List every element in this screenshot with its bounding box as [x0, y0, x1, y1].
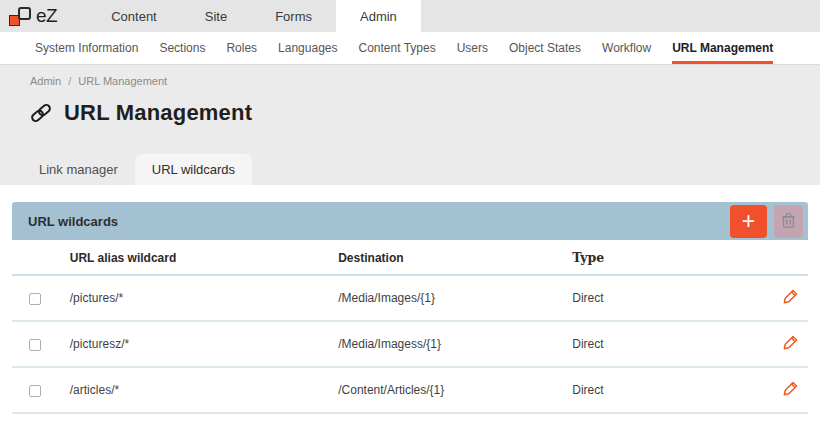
admin-sub-nav: System Information Sections Roles Langua… — [0, 32, 820, 65]
cell-destination: /Media/Images/{1} — [338, 413, 572, 425]
header-edit-cell — [771, 240, 808, 275]
top-bar: eZ Content Site Forms Admin — [0, 0, 820, 32]
header-type: Type — [572, 240, 771, 275]
content-area: URL wildcards + URL alias wildcard Desti… — [0, 185, 820, 425]
link-icon — [28, 101, 54, 125]
tab-row: Link manager URL wildcards — [0, 154, 820, 185]
breadcrumb-separator: / — [68, 75, 71, 87]
subnav-content-types[interactable]: Content Types — [358, 32, 435, 64]
header-destination: Destination — [338, 240, 572, 275]
page-title: URL Management — [64, 100, 252, 126]
trash-icon — [780, 211, 797, 232]
ez-logo[interactable]: eZ — [0, 0, 63, 32]
pencil-icon — [782, 380, 799, 400]
cell-destination: /Media/Imagess/{1} — [338, 321, 572, 367]
top-nav-admin[interactable]: Admin — [336, 0, 421, 32]
ez-logo-icon — [9, 5, 31, 28]
table-header-row: URL alias wildcard Destination Type — [12, 240, 808, 275]
breadcrumb-admin[interactable]: Admin — [30, 75, 61, 87]
subnav-languages[interactable]: Languages — [278, 32, 337, 64]
cell-wildcard: /picturesz/* — [70, 321, 338, 367]
table-row: /picturesz/* /Media/Imagess/{1} Direct — [12, 321, 808, 367]
cell-type: Direct — [572, 321, 771, 367]
cell-type: Forward — [572, 413, 771, 425]
edit-button[interactable] — [782, 334, 799, 354]
header-checkbox-cell — [12, 240, 70, 275]
url-wildcards-panel-header: URL wildcards + — [12, 202, 808, 240]
cell-type: Direct — [572, 367, 771, 413]
subnav-workflow[interactable]: Workflow — [602, 32, 651, 64]
cell-wildcard: /articles/* — [70, 367, 338, 413]
top-nav: Content Site Forms Admin — [87, 0, 421, 32]
cell-type: Direct — [572, 275, 771, 321]
top-nav-content[interactable]: Content — [87, 0, 181, 32]
title-row: URL Management — [0, 100, 820, 126]
subnav-sections[interactable]: Sections — [159, 32, 205, 64]
table-row: /articles/* /Content/Articles/{1} Direct — [12, 367, 808, 413]
subnav-object-states[interactable]: Object States — [509, 32, 581, 64]
row-checkbox[interactable] — [29, 293, 41, 305]
header-url-alias-wildcard: URL alias wildcard — [70, 240, 338, 275]
subnav-system-information[interactable]: System Information — [35, 32, 138, 64]
cell-destination: /Content/Articles/{1} — [338, 367, 572, 413]
table-row: /pictures/* /Media/Images/{1} Direct — [12, 275, 808, 321]
tab-link-manager[interactable]: Link manager — [22, 154, 135, 185]
pencil-icon — [782, 288, 799, 308]
top-nav-site[interactable]: Site — [181, 0, 251, 32]
pencil-icon — [782, 334, 799, 354]
page-header: Admin / URL Management URL Management Li… — [0, 65, 820, 185]
table-row: /img/* /Media/Images/{1} Forward — [12, 413, 808, 425]
breadcrumb-url-management: URL Management — [78, 75, 167, 87]
subnav-users[interactable]: Users — [457, 32, 488, 64]
subnav-url-management[interactable]: URL Management — [672, 32, 773, 64]
add-wildcard-button[interactable]: + — [730, 205, 767, 238]
delete-wildcard-button[interactable] — [774, 205, 803, 238]
panel-title: URL wildcards — [28, 214, 730, 229]
top-nav-forms[interactable]: Forms — [251, 0, 336, 32]
ez-logo-text: eZ — [36, 5, 57, 27]
row-checkbox[interactable] — [29, 339, 41, 351]
subnav-roles[interactable]: Roles — [226, 32, 257, 64]
breadcrumb: Admin / URL Management — [0, 75, 820, 87]
row-checkbox[interactable] — [29, 385, 41, 397]
cell-wildcard: /pictures/* — [70, 275, 338, 321]
cell-wildcard: /img/* — [70, 413, 338, 425]
tab-url-wildcards[interactable]: URL wildcards — [135, 154, 252, 185]
cell-destination: /Media/Images/{1} — [338, 275, 572, 321]
plus-icon: + — [742, 210, 755, 233]
edit-button[interactable] — [782, 288, 799, 308]
url-wildcards-table: URL alias wildcard Destination Type /pic… — [12, 240, 808, 425]
edit-button[interactable] — [782, 380, 799, 400]
